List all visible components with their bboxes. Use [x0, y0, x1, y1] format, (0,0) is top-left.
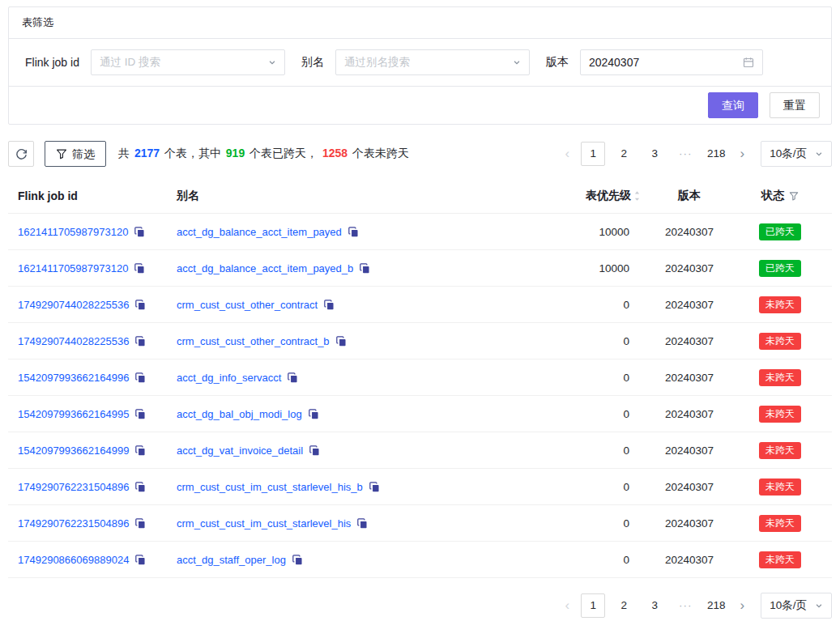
alias-link[interactable]: crm_cust_cust_other_contract: [177, 299, 318, 311]
flink-job-id-link[interactable]: 1542097993662164999: [18, 444, 129, 457]
page-1-button[interactable]: 1: [581, 593, 605, 618]
copy-icon[interactable]: [288, 372, 298, 383]
funnel-icon: [56, 148, 67, 160]
alias-label: 别名: [301, 55, 324, 70]
flink-job-id-link[interactable]: 1621411705987973120: [18, 262, 128, 274]
priority-cell: 10000: [527, 226, 641, 238]
status-cell: 未跨天: [738, 551, 822, 568]
page-2-button[interactable]: 2: [612, 142, 636, 166]
version-date-input[interactable]: 20240307: [580, 49, 763, 75]
next-page-button[interactable]: ›: [731, 142, 753, 165]
priority-cell: 0: [527, 335, 641, 347]
status-badge: 未跨天: [759, 442, 801, 459]
priority-cell: 0: [527, 517, 641, 530]
filter-toggle-button[interactable]: 筛选: [45, 141, 106, 167]
copy-icon[interactable]: [135, 482, 146, 492]
alias-link[interactable]: crm_cust_cust_im_cust_starlevel_his_b: [177, 481, 363, 493]
copy-icon[interactable]: [134, 263, 145, 274]
table-row: 1542097993662164999 acct_dg_vat_invoice_…: [8, 432, 832, 469]
alias-link[interactable]: acct_dg_bal_obj_modi_log: [177, 408, 302, 420]
filter-icon[interactable]: [789, 191, 799, 201]
flink-job-id-link[interactable]: 1542097993662164996: [18, 372, 129, 384]
version-cell: 20240307: [641, 444, 738, 457]
flink-job-id-link[interactable]: 1749290762231504896: [18, 481, 129, 493]
column-status-label: 状态: [761, 189, 784, 203]
next-page-button[interactable]: ›: [731, 594, 753, 617]
page-size-select[interactable]: 10条/页: [761, 141, 832, 167]
copy-icon[interactable]: [336, 336, 347, 347]
alias-cell: acct_dg_staff_oper_log: [177, 554, 527, 566]
copy-icon[interactable]: [324, 300, 335, 310]
alias-link[interactable]: acct_dg_info_servacct: [177, 372, 281, 384]
copy-icon[interactable]: [369, 482, 380, 492]
column-priority[interactable]: 表优先级: [527, 189, 641, 203]
table-summary: 共 2177 个表，其中 919 个表已跨天， 1258 个表未跨天: [118, 147, 409, 161]
page-size-label: 10条/页: [770, 598, 807, 613]
status-badge: 未跨天: [759, 296, 801, 313]
status-badge: 已跨天: [759, 260, 801, 277]
alias-link[interactable]: acct_dg_balance_acct_item_payed_b: [177, 262, 353, 274]
table-row: 1749290744028225536 crm_cust_cust_other_…: [8, 323, 832, 359]
page-2-button[interactable]: 2: [612, 593, 636, 618]
summary-total-count: 2177: [134, 147, 160, 160]
version-date-value: 20240307: [589, 56, 639, 69]
reset-button[interactable]: 重置: [770, 92, 820, 118]
filter-card-title: 表筛选: [9, 7, 831, 39]
copy-icon[interactable]: [135, 518, 146, 529]
flink-job-id-cell: 1542097993662164999: [18, 444, 177, 457]
flink-job-id-link[interactable]: 1749290744028225536: [18, 299, 129, 311]
copy-icon[interactable]: [309, 445, 320, 456]
prev-page-button[interactable]: ‹: [556, 594, 578, 617]
alias-cell: acct_dg_balance_acct_item_payed: [177, 226, 527, 238]
table-row: 1621411705987973120 acct_dg_balance_acct…: [8, 214, 832, 250]
copy-icon[interactable]: [135, 300, 146, 310]
page-3-button[interactable]: 3: [642, 593, 667, 618]
version-cell: 20240307: [641, 372, 738, 384]
alias-link[interactable]: acct_dg_balance_acct_item_payed: [177, 226, 342, 238]
page-218-button[interactable]: 218: [704, 142, 728, 166]
alias-link[interactable]: acct_dg_vat_invoice_detail: [177, 444, 303, 457]
page-1-button[interactable]: 1: [581, 142, 605, 166]
status-cell: 未跨天: [738, 333, 822, 350]
flink-job-id-link[interactable]: 1749290866069889024: [18, 554, 129, 566]
column-version: 版本: [641, 189, 738, 203]
filter-row: Flink job id 通过 ID 搜索 别名 通过别名搜索: [9, 39, 831, 87]
column-alias: 别名: [177, 189, 527, 203]
refresh-button[interactable]: [8, 141, 34, 167]
copy-icon[interactable]: [309, 409, 319, 419]
column-status: 状态: [738, 189, 822, 203]
copy-icon[interactable]: [135, 445, 146, 456]
copy-icon[interactable]: [292, 555, 303, 565]
page-218-button[interactable]: 218: [704, 593, 728, 618]
priority-cell: 0: [527, 408, 641, 420]
alias-select[interactable]: 通过别名搜索: [335, 49, 530, 75]
flink-job-id-link[interactable]: 1621411705987973120: [18, 226, 128, 238]
copy-icon[interactable]: [135, 555, 146, 565]
flink-job-id-link[interactable]: 1542097993662164995: [18, 408, 129, 420]
flink-job-id-link[interactable]: 1749290744028225536: [18, 335, 129, 347]
copy-icon[interactable]: [360, 263, 370, 274]
copy-icon[interactable]: [357, 518, 368, 529]
copy-icon[interactable]: [134, 227, 145, 237]
copy-icon[interactable]: [135, 336, 146, 347]
copy-icon[interactable]: [135, 409, 146, 419]
prev-page-button[interactable]: ‹: [556, 142, 578, 165]
pagination-ellipsis: ···: [673, 142, 697, 166]
page-3-button[interactable]: 3: [642, 142, 667, 166]
status-cell: 未跨天: [738, 406, 822, 423]
alias-link[interactable]: crm_cust_cust_other_contract_b: [177, 335, 330, 347]
alias-cell: acct_dg_vat_invoice_detail: [177, 444, 527, 457]
page-size-select[interactable]: 10条/页: [761, 593, 832, 619]
table-body: 1621411705987973120 acct_dg_balance_acct…: [8, 214, 832, 578]
alias-link[interactable]: crm_cust_cust_im_cust_starlevel_his: [177, 517, 351, 530]
status-cell: 未跨天: [738, 369, 822, 386]
copy-icon[interactable]: [135, 372, 146, 383]
flink-job-id-link[interactable]: 1749290762231504896: [18, 517, 129, 530]
alias-link[interactable]: acct_dg_staff_oper_log: [177, 554, 286, 566]
sorter-icon[interactable]: [633, 190, 641, 202]
alias-cell: crm_cust_cust_other_contract_b: [177, 335, 527, 347]
flink-job-id-select[interactable]: 通过 ID 搜索: [91, 49, 285, 75]
status-badge: 未跨天: [759, 369, 801, 386]
query-button[interactable]: 查询: [708, 92, 758, 118]
copy-icon[interactable]: [348, 227, 359, 237]
